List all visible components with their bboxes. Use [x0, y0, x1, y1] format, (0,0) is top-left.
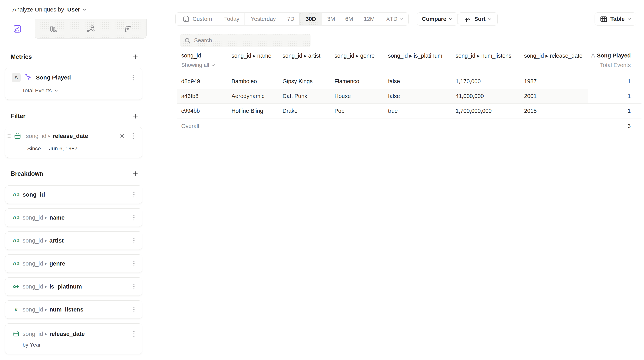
cursor-click-icon	[24, 74, 32, 82]
column-header-artist[interactable]: song_id ▸ artist	[278, 50, 330, 74]
tab-flows[interactable]	[72, 19, 109, 38]
compare-button[interactable]: Compare	[416, 13, 458, 26]
column-header-song-id[interactable]: song_id Showing all	[177, 50, 227, 74]
date-range-12m[interactable]: 12M	[358, 13, 380, 25]
filter-property-name: release_date	[53, 133, 88, 139]
column-header-name[interactable]: song_id ▸ name	[227, 50, 278, 74]
breakdown-prefix: song_id	[22, 260, 43, 267]
metric-menu-button[interactable]	[130, 73, 137, 82]
plus-icon	[132, 170, 138, 177]
metric-card[interactable]: A Song Played Total Events	[5, 68, 142, 100]
cell-metric-value: 1	[588, 74, 642, 89]
date-range-label: Yesterday	[251, 16, 276, 22]
analysis-header: Analyze Uniques by User	[0, 0, 146, 19]
tab-bar-chart[interactable]	[35, 19, 72, 38]
date-range-label: 6M	[345, 16, 353, 22]
date-range-label: 30D	[306, 16, 316, 22]
column-header-release-date[interactable]: song_id ▸ release_date	[520, 50, 588, 74]
search-box[interactable]	[180, 34, 310, 47]
metrics-section: Metrics A Song Played	[5, 53, 142, 100]
date-range-label: Custom	[192, 16, 212, 22]
date-range-custom[interactable]: Custom	[176, 13, 219, 25]
remove-filter-button[interactable]	[120, 133, 124, 139]
filter-menu-button[interactable]	[130, 132, 137, 140]
date-range-7d[interactable]: 7D	[282, 13, 300, 25]
compare-label: Compare	[422, 16, 446, 22]
view-tabs	[0, 19, 146, 39]
breakdown-item-song-id[interactable]: Aa song_id	[5, 185, 142, 204]
filter-operator: Since	[27, 146, 41, 152]
date-range-3m[interactable]: 3M	[322, 13, 340, 25]
date-range-label: 12M	[364, 16, 374, 22]
chevron-down-icon	[82, 8, 86, 11]
add-metric-button[interactable]	[131, 53, 140, 61]
cell-release-date: 2015	[520, 104, 588, 118]
kebab-icon	[133, 260, 135, 267]
add-filter-button[interactable]	[131, 112, 140, 120]
plus-icon	[132, 54, 138, 60]
drag-handle-icon[interactable]	[8, 134, 11, 138]
text-type-icon: Aa	[13, 191, 20, 198]
column-header-genre[interactable]: song_id ▸ genre	[330, 50, 384, 74]
aggregation-selector[interactable]: Total Events	[22, 88, 58, 94]
search-input[interactable]	[194, 37, 306, 44]
date-range-yesterday[interactable]: Yesterday	[244, 13, 282, 25]
close-icon	[120, 133, 124, 139]
breakdown-title: Breakdown	[11, 170, 43, 177]
breakdown-item-num-listens[interactable]: # song_id ▸ num_listens	[5, 300, 142, 319]
breakdown-menu-button[interactable]	[130, 190, 138, 199]
kebab-icon	[133, 306, 135, 313]
cell-artist: Daft Punk	[278, 89, 330, 103]
breakdown-menu-button[interactable]	[130, 213, 138, 222]
chevron-down-icon	[628, 18, 631, 20]
add-breakdown-button[interactable]	[131, 169, 140, 178]
date-range-xtd[interactable]: XTD	[380, 13, 408, 25]
tab-insights-active[interactable]	[0, 19, 35, 39]
breakdown-section: Breakdown Aa song_id	[5, 169, 142, 354]
filter-card[interactable]: song_id ▸ release_date	[5, 127, 142, 158]
aggregation-value: Total Events	[22, 88, 52, 94]
view-selector-table[interactable]: Table	[594, 13, 636, 26]
breakdown-menu-button[interactable]	[130, 305, 138, 314]
tab-retention[interactable]	[109, 19, 146, 38]
column-header-is-platinum[interactable]: song_id ▸ is_platinum	[384, 50, 451, 74]
entity-selector[interactable]: User	[67, 6, 86, 13]
metric-event-name: Song Played	[36, 74, 126, 81]
breakdown-menu-button[interactable]	[130, 259, 138, 268]
property-caret: ▸	[45, 261, 47, 266]
breakdown-property: song_id	[22, 191, 45, 198]
filter-condition[interactable]: Since Jun 6, 1987	[27, 146, 137, 152]
table-row: d8d949 Bamboleo Gipsy Kings Flamenco fal…	[177, 74, 642, 89]
date-range-30d-active[interactable]: 30D	[300, 13, 322, 25]
breakdown-bucket-selector[interactable]: by Year	[22, 342, 138, 348]
breakdown-item-genre[interactable]: Aa song_id ▸ genre	[5, 254, 142, 273]
breakdown-menu-button[interactable]	[130, 236, 138, 245]
table-header-row: song_id Showing all song_id ▸ name song_…	[177, 50, 642, 74]
cell-is-platinum: false	[384, 74, 451, 89]
date-range-label: XTD	[386, 16, 398, 22]
inactive-tab-group	[35, 19, 146, 39]
breakdown-item-is-platinum[interactable]: song_id ▸ is_platinum	[5, 277, 142, 296]
property-caret: ▸	[45, 215, 47, 220]
results-table: song_id Showing all song_id ▸ name song_…	[177, 50, 642, 134]
filter-section: Filter song_	[5, 112, 142, 158]
entity-value: User	[67, 6, 80, 13]
breakdown-property: is_platinum	[50, 283, 82, 290]
date-range-label: 3M	[327, 16, 335, 22]
column-header-num-listens[interactable]: song_id ▸ num_listens	[451, 50, 520, 74]
query-builder: Metrics A Song Played	[0, 39, 146, 360]
chevron-down-icon	[488, 18, 492, 20]
breakdown-item-release-date[interactable]: song_id ▸ release_date by Year	[5, 323, 142, 354]
cell-artist: Gipsy Kings	[278, 74, 330, 89]
filter-title: Filter	[11, 113, 26, 120]
showing-all-selector[interactable]: Showing all	[181, 62, 215, 68]
sort-button[interactable]: Sort	[458, 13, 498, 26]
breakdown-menu-button[interactable]	[130, 282, 138, 291]
date-range-6m[interactable]: 6M	[340, 13, 358, 25]
breakdown-menu-button[interactable]	[130, 330, 138, 338]
column-header-metric[interactable]: ASong Played Total Events	[588, 50, 642, 74]
chevron-down-icon	[54, 89, 58, 92]
date-range-today[interactable]: Today	[219, 13, 244, 25]
breakdown-item-artist[interactable]: Aa song_id ▸ artist	[5, 231, 142, 250]
breakdown-item-name[interactable]: Aa song_id ▸ name	[5, 208, 142, 227]
